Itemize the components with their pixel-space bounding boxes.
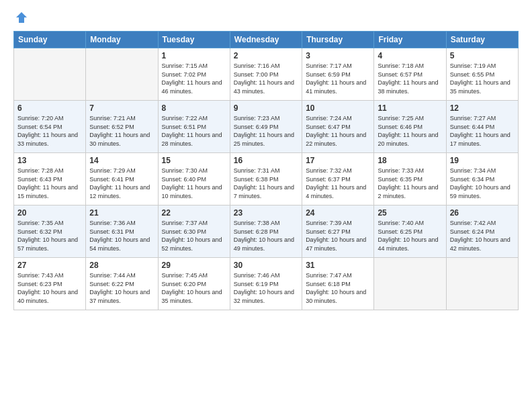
day-number: 8 xyxy=(162,103,226,113)
weekday-header-sunday: Sunday xyxy=(14,32,86,48)
day-cell: 18Sunrise: 7:33 AM Sunset: 6:35 PM Dayli… xyxy=(374,153,446,205)
day-number: 12 xyxy=(450,103,515,113)
day-cell: 25Sunrise: 7:40 AM Sunset: 6:25 PM Dayli… xyxy=(374,205,446,258)
day-cell: 11Sunrise: 7:25 AM Sunset: 6:46 PM Dayli… xyxy=(374,101,446,153)
day-info: Sunrise: 7:47 AM Sunset: 6:18 PM Dayligh… xyxy=(306,271,370,305)
day-number: 21 xyxy=(89,208,154,218)
day-info: Sunrise: 7:42 AM Sunset: 6:24 PM Dayligh… xyxy=(450,219,515,253)
week-row-3: 13Sunrise: 7:28 AM Sunset: 6:43 PM Dayli… xyxy=(14,153,519,205)
day-info: Sunrise: 7:35 AM Sunset: 6:32 PM Dayligh… xyxy=(17,219,82,253)
day-cell: 24Sunrise: 7:39 AM Sunset: 6:27 PM Dayli… xyxy=(302,205,374,258)
day-info: Sunrise: 7:27 AM Sunset: 6:44 PM Dayligh… xyxy=(450,114,515,148)
weekday-header-row: SundayMondayTuesdayWednesdayThursdayFrid… xyxy=(14,32,519,48)
day-cell: 16Sunrise: 7:31 AM Sunset: 6:38 PM Dayli… xyxy=(230,153,302,205)
day-number: 14 xyxy=(89,156,154,165)
day-cell: 13Sunrise: 7:28 AM Sunset: 6:43 PM Dayli… xyxy=(14,153,86,205)
day-info: Sunrise: 7:24 AM Sunset: 6:47 PM Dayligh… xyxy=(306,114,370,148)
day-number: 26 xyxy=(450,208,515,218)
page: SundayMondayTuesdayWednesdayThursdayFrid… xyxy=(0,0,532,411)
day-number: 6 xyxy=(17,103,82,113)
day-number: 1 xyxy=(162,51,226,60)
day-cell: 10Sunrise: 7:24 AM Sunset: 6:47 PM Dayli… xyxy=(302,101,374,153)
day-info: Sunrise: 7:29 AM Sunset: 6:41 PM Dayligh… xyxy=(89,167,154,200)
logo xyxy=(13,11,28,24)
day-number: 16 xyxy=(234,156,298,165)
logo-icon xyxy=(15,11,28,24)
day-number: 7 xyxy=(89,103,154,113)
day-cell: 3Sunrise: 7:17 AM Sunset: 6:59 PM Daylig… xyxy=(302,48,374,101)
day-cell xyxy=(14,48,86,101)
day-number: 25 xyxy=(378,208,442,218)
day-number: 27 xyxy=(17,261,82,270)
week-row-1: 1Sunrise: 7:15 AM Sunset: 7:02 PM Daylig… xyxy=(14,48,519,101)
header xyxy=(13,11,519,24)
day-number: 18 xyxy=(378,156,442,165)
weekday-header-tuesday: Tuesday xyxy=(158,32,230,48)
day-cell: 29Sunrise: 7:45 AM Sunset: 6:20 PM Dayli… xyxy=(158,258,230,310)
day-cell: 4Sunrise: 7:18 AM Sunset: 6:57 PM Daylig… xyxy=(374,48,446,101)
day-cell: 6Sunrise: 7:20 AM Sunset: 6:54 PM Daylig… xyxy=(14,101,86,153)
day-info: Sunrise: 7:28 AM Sunset: 6:43 PM Dayligh… xyxy=(17,167,82,200)
day-cell xyxy=(446,258,518,310)
day-cell: 1Sunrise: 7:15 AM Sunset: 7:02 PM Daylig… xyxy=(158,48,230,101)
day-info: Sunrise: 7:21 AM Sunset: 6:52 PM Dayligh… xyxy=(89,114,154,148)
day-number: 24 xyxy=(306,208,370,218)
day-number: 31 xyxy=(306,261,370,270)
day-info: Sunrise: 7:15 AM Sunset: 7:02 PM Dayligh… xyxy=(162,62,226,95)
week-row-4: 20Sunrise: 7:35 AM Sunset: 6:32 PM Dayli… xyxy=(14,205,519,258)
day-cell: 9Sunrise: 7:23 AM Sunset: 6:49 PM Daylig… xyxy=(230,101,302,153)
day-info: Sunrise: 7:39 AM Sunset: 6:27 PM Dayligh… xyxy=(306,219,370,253)
weekday-header-thursday: Thursday xyxy=(302,32,374,48)
day-cell: 31Sunrise: 7:47 AM Sunset: 6:18 PM Dayli… xyxy=(302,258,374,310)
day-info: Sunrise: 7:30 AM Sunset: 6:40 PM Dayligh… xyxy=(162,167,226,200)
day-info: Sunrise: 7:36 AM Sunset: 6:31 PM Dayligh… xyxy=(89,219,154,253)
day-number: 30 xyxy=(234,261,298,270)
day-cell: 17Sunrise: 7:32 AM Sunset: 6:37 PM Dayli… xyxy=(302,153,374,205)
day-cell: 22Sunrise: 7:37 AM Sunset: 6:30 PM Dayli… xyxy=(158,205,230,258)
day-info: Sunrise: 7:37 AM Sunset: 6:30 PM Dayligh… xyxy=(162,219,226,253)
day-info: Sunrise: 7:44 AM Sunset: 6:22 PM Dayligh… xyxy=(89,271,154,305)
weekday-header-monday: Monday xyxy=(86,32,158,48)
day-info: Sunrise: 7:45 AM Sunset: 6:20 PM Dayligh… xyxy=(162,271,226,305)
day-info: Sunrise: 7:43 AM Sunset: 6:23 PM Dayligh… xyxy=(17,271,82,305)
day-info: Sunrise: 7:20 AM Sunset: 6:54 PM Dayligh… xyxy=(17,114,82,148)
week-row-2: 6Sunrise: 7:20 AM Sunset: 6:54 PM Daylig… xyxy=(14,101,519,153)
day-cell: 20Sunrise: 7:35 AM Sunset: 6:32 PM Dayli… xyxy=(14,205,86,258)
calendar-table: SundayMondayTuesdayWednesdayThursdayFrid… xyxy=(13,31,519,310)
day-cell: 21Sunrise: 7:36 AM Sunset: 6:31 PM Dayli… xyxy=(86,205,158,258)
day-info: Sunrise: 7:33 AM Sunset: 6:35 PM Dayligh… xyxy=(378,167,442,200)
day-number: 28 xyxy=(89,261,154,270)
day-number: 23 xyxy=(234,208,298,218)
day-cell: 28Sunrise: 7:44 AM Sunset: 6:22 PM Dayli… xyxy=(86,258,158,310)
day-info: Sunrise: 7:32 AM Sunset: 6:37 PM Dayligh… xyxy=(306,167,370,200)
day-info: Sunrise: 7:34 AM Sunset: 6:34 PM Dayligh… xyxy=(450,167,515,200)
day-cell: 19Sunrise: 7:34 AM Sunset: 6:34 PM Dayli… xyxy=(446,153,518,205)
day-info: Sunrise: 7:23 AM Sunset: 6:49 PM Dayligh… xyxy=(234,114,298,148)
svg-marker-0 xyxy=(16,12,27,23)
day-info: Sunrise: 7:17 AM Sunset: 6:59 PM Dayligh… xyxy=(306,62,370,95)
weekday-header-saturday: Saturday xyxy=(446,32,518,48)
day-cell: 12Sunrise: 7:27 AM Sunset: 6:44 PM Dayli… xyxy=(446,101,518,153)
day-info: Sunrise: 7:16 AM Sunset: 7:00 PM Dayligh… xyxy=(234,62,298,95)
day-number: 15 xyxy=(162,156,226,165)
day-info: Sunrise: 7:18 AM Sunset: 6:57 PM Dayligh… xyxy=(378,62,442,95)
day-cell: 15Sunrise: 7:30 AM Sunset: 6:40 PM Dayli… xyxy=(158,153,230,205)
day-number: 29 xyxy=(162,261,226,270)
day-cell xyxy=(86,48,158,101)
day-number: 19 xyxy=(450,156,515,165)
day-number: 11 xyxy=(378,103,442,113)
day-cell: 23Sunrise: 7:38 AM Sunset: 6:28 PM Dayli… xyxy=(230,205,302,258)
weekday-header-wednesday: Wednesday xyxy=(230,32,302,48)
day-number: 4 xyxy=(378,51,442,60)
day-cell: 7Sunrise: 7:21 AM Sunset: 6:52 PM Daylig… xyxy=(86,101,158,153)
day-info: Sunrise: 7:22 AM Sunset: 6:51 PM Dayligh… xyxy=(162,114,226,148)
day-number: 9 xyxy=(234,103,298,113)
day-info: Sunrise: 7:25 AM Sunset: 6:46 PM Dayligh… xyxy=(378,114,442,148)
day-number: 20 xyxy=(17,208,82,218)
day-cell xyxy=(374,258,446,310)
day-cell: 14Sunrise: 7:29 AM Sunset: 6:41 PM Dayli… xyxy=(86,153,158,205)
day-cell: 26Sunrise: 7:42 AM Sunset: 6:24 PM Dayli… xyxy=(446,205,518,258)
day-cell: 8Sunrise: 7:22 AM Sunset: 6:51 PM Daylig… xyxy=(158,101,230,153)
day-cell: 27Sunrise: 7:43 AM Sunset: 6:23 PM Dayli… xyxy=(14,258,86,310)
week-row-5: 27Sunrise: 7:43 AM Sunset: 6:23 PM Dayli… xyxy=(14,258,519,310)
